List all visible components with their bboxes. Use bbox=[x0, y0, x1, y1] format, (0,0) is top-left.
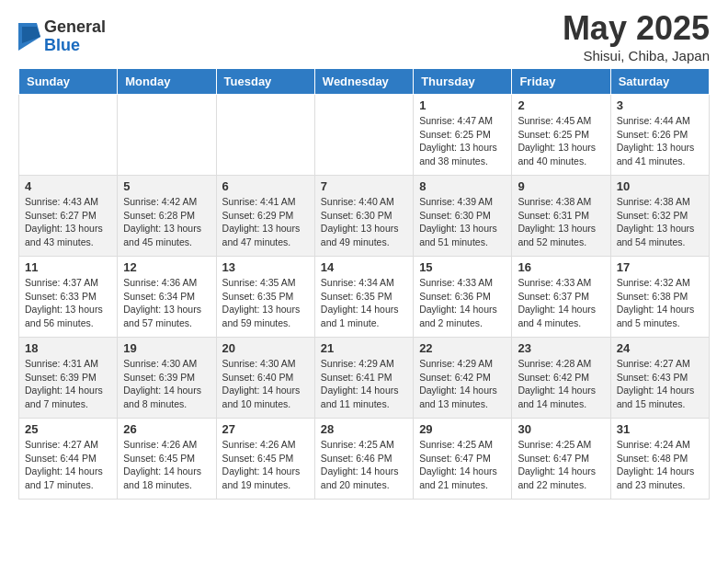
calendar-cell: 26Sunrise: 4:26 AM Sunset: 6:45 PM Dayli… bbox=[118, 419, 216, 500]
calendar-cell: 11Sunrise: 4:37 AM Sunset: 6:33 PM Dayli… bbox=[19, 257, 118, 338]
calendar-cell: 16Sunrise: 4:33 AM Sunset: 6:37 PM Dayli… bbox=[512, 257, 610, 338]
day-info: Sunrise: 4:41 AM Sunset: 6:29 PM Dayligh… bbox=[222, 195, 309, 249]
location-subtitle: Shisui, Chiba, Japan bbox=[563, 48, 710, 63]
day-info: Sunrise: 4:34 AM Sunset: 6:35 PM Dayligh… bbox=[321, 276, 407, 330]
day-info: Sunrise: 4:26 AM Sunset: 6:45 PM Dayligh… bbox=[222, 438, 309, 492]
weekday-header-wednesday: Wednesday bbox=[314, 69, 413, 95]
logo-general-text: General bbox=[44, 18, 106, 37]
day-number: 16 bbox=[518, 260, 604, 274]
day-number: 22 bbox=[419, 341, 506, 355]
logo-text: General Blue bbox=[44, 18, 106, 55]
calendar-cell: 15Sunrise: 4:33 AM Sunset: 6:36 PM Dayli… bbox=[414, 257, 512, 338]
calendar-cell: 9Sunrise: 4:38 AM Sunset: 6:31 PM Daylig… bbox=[512, 176, 610, 257]
day-info: Sunrise: 4:25 AM Sunset: 6:46 PM Dayligh… bbox=[321, 438, 407, 492]
calendar-cell bbox=[19, 95, 118, 176]
day-info: Sunrise: 4:29 AM Sunset: 6:41 PM Dayligh… bbox=[321, 357, 407, 411]
day-info: Sunrise: 4:39 AM Sunset: 6:30 PM Dayligh… bbox=[419, 195, 506, 249]
calendar-cell bbox=[216, 95, 314, 176]
weekday-header-row: SundayMondayTuesdayWednesdayThursdayFrid… bbox=[19, 69, 710, 95]
title-block: May 2025 Shisui, Chiba, Japan bbox=[563, 9, 710, 63]
day-number: 31 bbox=[617, 422, 703, 436]
weekday-header-thursday: Thursday bbox=[414, 69, 512, 95]
day-number: 5 bbox=[123, 179, 210, 193]
calendar-week-row: 25Sunrise: 4:27 AM Sunset: 6:44 PM Dayli… bbox=[19, 419, 710, 500]
day-info: Sunrise: 4:47 AM Sunset: 6:25 PM Dayligh… bbox=[419, 114, 506, 168]
calendar-cell: 10Sunrise: 4:38 AM Sunset: 6:32 PM Dayli… bbox=[610, 176, 709, 257]
calendar-cell bbox=[314, 95, 413, 176]
calendar-cell: 8Sunrise: 4:39 AM Sunset: 6:30 PM Daylig… bbox=[414, 176, 512, 257]
day-info: Sunrise: 4:30 AM Sunset: 6:40 PM Dayligh… bbox=[222, 357, 309, 411]
calendar-cell bbox=[118, 95, 216, 176]
day-info: Sunrise: 4:38 AM Sunset: 6:32 PM Dayligh… bbox=[617, 195, 703, 249]
calendar-cell: 31Sunrise: 4:24 AM Sunset: 6:48 PM Dayli… bbox=[610, 419, 709, 500]
calendar-cell: 23Sunrise: 4:28 AM Sunset: 6:42 PM Dayli… bbox=[512, 338, 610, 419]
calendar-cell: 4Sunrise: 4:43 AM Sunset: 6:27 PM Daylig… bbox=[19, 176, 118, 257]
page-header: General Blue May 2025 Shisui, Chiba, Jap… bbox=[0, 0, 728, 68]
day-number: 6 bbox=[222, 179, 309, 193]
calendar-cell: 30Sunrise: 4:25 AM Sunset: 6:47 PM Dayli… bbox=[512, 419, 610, 500]
logo-blue-text: Blue bbox=[44, 37, 106, 55]
calendar-cell: 25Sunrise: 4:27 AM Sunset: 6:44 PM Dayli… bbox=[19, 419, 118, 500]
day-info: Sunrise: 4:26 AM Sunset: 6:45 PM Dayligh… bbox=[123, 438, 210, 492]
day-number: 13 bbox=[222, 260, 309, 274]
day-info: Sunrise: 4:31 AM Sunset: 6:39 PM Dayligh… bbox=[25, 357, 111, 411]
day-number: 30 bbox=[518, 422, 604, 436]
calendar-week-row: 11Sunrise: 4:37 AM Sunset: 6:33 PM Dayli… bbox=[19, 257, 710, 338]
day-info: Sunrise: 4:38 AM Sunset: 6:31 PM Dayligh… bbox=[518, 195, 604, 249]
day-number: 9 bbox=[518, 179, 604, 193]
weekday-header-monday: Monday bbox=[118, 69, 216, 95]
calendar-cell: 28Sunrise: 4:25 AM Sunset: 6:46 PM Dayli… bbox=[314, 419, 413, 500]
day-number: 23 bbox=[518, 341, 604, 355]
day-number: 2 bbox=[518, 98, 604, 112]
day-info: Sunrise: 4:44 AM Sunset: 6:26 PM Dayligh… bbox=[617, 114, 703, 168]
day-number: 3 bbox=[617, 98, 703, 112]
month-title: May 2025 bbox=[563, 9, 710, 48]
day-info: Sunrise: 4:25 AM Sunset: 6:47 PM Dayligh… bbox=[419, 438, 506, 492]
day-info: Sunrise: 4:45 AM Sunset: 6:25 PM Dayligh… bbox=[518, 114, 604, 168]
calendar-header: SundayMondayTuesdayWednesdayThursdayFrid… bbox=[19, 69, 710, 95]
day-info: Sunrise: 4:24 AM Sunset: 6:48 PM Dayligh… bbox=[617, 438, 703, 492]
day-info: Sunrise: 4:29 AM Sunset: 6:42 PM Dayligh… bbox=[419, 357, 506, 411]
day-number: 4 bbox=[25, 179, 111, 193]
day-number: 14 bbox=[321, 260, 407, 274]
calendar-cell: 7Sunrise: 4:40 AM Sunset: 6:30 PM Daylig… bbox=[314, 176, 413, 257]
day-number: 8 bbox=[419, 179, 506, 193]
day-number: 1 bbox=[419, 98, 506, 112]
day-info: Sunrise: 4:36 AM Sunset: 6:34 PM Dayligh… bbox=[123, 276, 210, 330]
day-info: Sunrise: 4:27 AM Sunset: 6:44 PM Dayligh… bbox=[25, 438, 111, 492]
day-number: 29 bbox=[419, 422, 506, 436]
day-number: 19 bbox=[123, 341, 210, 355]
calendar-cell: 24Sunrise: 4:27 AM Sunset: 6:43 PM Dayli… bbox=[610, 338, 709, 419]
day-info: Sunrise: 4:33 AM Sunset: 6:36 PM Dayligh… bbox=[419, 276, 506, 330]
calendar-cell: 2Sunrise: 4:45 AM Sunset: 6:25 PM Daylig… bbox=[512, 95, 610, 176]
weekday-header-sunday: Sunday bbox=[19, 69, 118, 95]
calendar-cell: 3Sunrise: 4:44 AM Sunset: 6:26 PM Daylig… bbox=[610, 95, 709, 176]
weekday-header-tuesday: Tuesday bbox=[216, 69, 314, 95]
calendar-week-row: 4Sunrise: 4:43 AM Sunset: 6:27 PM Daylig… bbox=[19, 176, 710, 257]
calendar-cell: 1Sunrise: 4:47 AM Sunset: 6:25 PM Daylig… bbox=[414, 95, 512, 176]
day-info: Sunrise: 4:27 AM Sunset: 6:43 PM Dayligh… bbox=[617, 357, 703, 411]
logo: General Blue bbox=[18, 18, 106, 55]
weekday-header-saturday: Saturday bbox=[610, 69, 709, 95]
calendar-cell: 29Sunrise: 4:25 AM Sunset: 6:47 PM Dayli… bbox=[414, 419, 512, 500]
calendar-cell: 14Sunrise: 4:34 AM Sunset: 6:35 PM Dayli… bbox=[314, 257, 413, 338]
day-number: 7 bbox=[321, 179, 407, 193]
day-number: 12 bbox=[123, 260, 210, 274]
day-info: Sunrise: 4:28 AM Sunset: 6:42 PM Dayligh… bbox=[518, 357, 604, 411]
calendar-wrapper: SundayMondayTuesdayWednesdayThursdayFrid… bbox=[0, 68, 728, 509]
calendar-cell: 19Sunrise: 4:30 AM Sunset: 6:39 PM Dayli… bbox=[118, 338, 216, 419]
calendar-body: 1Sunrise: 4:47 AM Sunset: 6:25 PM Daylig… bbox=[19, 95, 710, 500]
calendar-cell: 18Sunrise: 4:31 AM Sunset: 6:39 PM Dayli… bbox=[19, 338, 118, 419]
day-number: 26 bbox=[123, 422, 210, 436]
calendar-week-row: 1Sunrise: 4:47 AM Sunset: 6:25 PM Daylig… bbox=[19, 95, 710, 176]
day-info: Sunrise: 4:37 AM Sunset: 6:33 PM Dayligh… bbox=[25, 276, 111, 330]
day-info: Sunrise: 4:40 AM Sunset: 6:30 PM Dayligh… bbox=[321, 195, 407, 249]
calendar-cell: 17Sunrise: 4:32 AM Sunset: 6:38 PM Dayli… bbox=[610, 257, 709, 338]
day-number: 20 bbox=[222, 341, 309, 355]
day-info: Sunrise: 4:35 AM Sunset: 6:35 PM Dayligh… bbox=[222, 276, 309, 330]
day-info: Sunrise: 4:30 AM Sunset: 6:39 PM Dayligh… bbox=[123, 357, 210, 411]
day-info: Sunrise: 4:42 AM Sunset: 6:28 PM Dayligh… bbox=[123, 195, 210, 249]
day-number: 24 bbox=[617, 341, 703, 355]
day-number: 11 bbox=[25, 260, 111, 274]
calendar-cell: 22Sunrise: 4:29 AM Sunset: 6:42 PM Dayli… bbox=[414, 338, 512, 419]
